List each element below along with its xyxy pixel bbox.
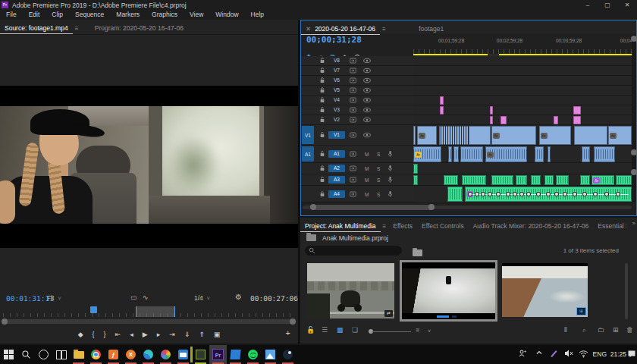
- file-explorer-icon[interactable]: [70, 345, 87, 364]
- scroll-handle[interactable]: [631, 149, 637, 155]
- project-tab-1[interactable]: Effects: [388, 220, 417, 231]
- menu-edit[interactable]: Edit: [23, 10, 46, 18]
- timeline-vertical-scrollbar[interactable]: [632, 34, 636, 202]
- panel-menu-icon[interactable]: ≡: [381, 223, 389, 230]
- track-name-v8[interactable]: V8: [328, 57, 345, 64]
- sync-lock-icon[interactable]: [350, 177, 356, 183]
- drag-audio-icon[interactable]: ∿: [143, 293, 149, 301]
- scroll-handle[interactable]: [290, 318, 296, 325]
- track-output-eye-icon[interactable]: [363, 88, 371, 93]
- playback-resolution-select[interactable]: 1/4˅: [194, 293, 210, 303]
- clip-a1[interactable]: [582, 146, 591, 162]
- track-lock-icon[interactable]: [319, 132, 325, 139]
- project-item-jump[interactable]: [400, 260, 497, 322]
- scroll-handle[interactable]: [428, 204, 435, 210]
- clip-v2[interactable]: [500, 116, 507, 124]
- track-lock-icon[interactable]: [319, 107, 325, 114]
- clip-v1[interactable]: fx: [539, 126, 571, 145]
- clip-v1[interactable]: fx: [491, 126, 536, 145]
- track-name-v6[interactable]: V6: [328, 77, 345, 84]
- clip-a1[interactable]: [535, 146, 544, 162]
- menu-file[interactable]: File: [0, 10, 23, 18]
- keyframe-dot[interactable]: [573, 193, 576, 196]
- monitor-settings-icon[interactable]: ⚙: [235, 293, 242, 301]
- language-indicator[interactable]: ENG: [593, 350, 607, 358]
- timeline-timecode[interactable]: 00;00;31;28: [306, 35, 362, 45]
- source-patch-v1[interactable]: V1: [302, 126, 314, 144]
- keyframe-dot[interactable]: [594, 193, 597, 196]
- mute-button[interactable]: M: [365, 191, 369, 196]
- track-output-eye-icon[interactable]: [363, 98, 371, 103]
- in-out-range[interactable]: [136, 306, 175, 317]
- keyframe-dot[interactable]: [475, 193, 479, 196]
- clip-a3[interactable]: [413, 175, 418, 185]
- search-bin-icon[interactable]: [413, 245, 428, 259]
- restore-button[interactable]: ▢: [598, 0, 617, 10]
- find-icon[interactable]: ⌕: [582, 326, 586, 334]
- scroll-handle[interactable]: [631, 36, 637, 42]
- go-to-in-button[interactable]: ⇤: [115, 328, 121, 341]
- clip-v2[interactable]: [490, 116, 494, 124]
- zoom-slider[interactable]: [372, 331, 411, 332]
- sync-lock-icon[interactable]: [350, 117, 356, 123]
- sync-lock-icon[interactable]: [350, 97, 356, 103]
- sync-lock-icon[interactable]: [350, 165, 356, 171]
- clip-a3[interactable]: [462, 175, 486, 185]
- project-tab-2[interactable]: Effect Controls: [417, 220, 469, 231]
- clip-a3[interactable]: [556, 175, 569, 185]
- track-output-eye-icon[interactable]: [363, 133, 371, 138]
- menu-window[interactable]: Window: [209, 10, 244, 18]
- track-lock-icon[interactable]: [319, 77, 325, 84]
- track-name-v3[interactable]: V3: [328, 106, 345, 114]
- clip-v2[interactable]: [554, 116, 558, 124]
- add-marker-button[interactable]: ◆: [78, 328, 83, 341]
- spotify-icon[interactable]: [244, 345, 262, 364]
- film-app-icon[interactable]: [192, 345, 209, 364]
- track-lock-icon[interactable]: [319, 151, 325, 158]
- tab-sequence[interactable]: ✕2020-05-20 16-47-06: [301, 23, 380, 35]
- track-name-a4[interactable]: A4: [328, 190, 345, 198]
- solo-button[interactable]: S: [377, 152, 380, 157]
- clip-a1[interactable]: fx: [413, 146, 441, 162]
- zoom-level-select[interactable]: Fit˅: [47, 293, 61, 303]
- work-area-segment[interactable]: [413, 54, 488, 55]
- panel-menu-icon[interactable]: ≡: [73, 25, 81, 32]
- voiceover-mic-icon[interactable]: [388, 190, 393, 197]
- project-tab-0[interactable]: Project: Anak Multimedia: [300, 220, 381, 232]
- keyframe-dot[interactable]: [482, 193, 485, 196]
- project-item-coast[interactable]: ⊞: [502, 263, 588, 317]
- drag-video-icon[interactable]: ▭: [130, 293, 137, 301]
- solo-button[interactable]: S: [377, 191, 380, 196]
- sync-lock-icon[interactable]: [350, 77, 356, 83]
- mark-in-button[interactable]: {: [93, 328, 95, 341]
- clip-v3[interactable]: [490, 106, 494, 115]
- clip-v2[interactable]: [573, 116, 581, 124]
- track-lock-icon[interactable]: [319, 165, 325, 172]
- close-button[interactable]: ✕: [617, 0, 637, 10]
- steam-icon[interactable]: [279, 345, 297, 364]
- sync-lock-icon[interactable]: [350, 58, 356, 64]
- photos-icon[interactable]: [262, 345, 279, 364]
- menu-clip[interactable]: Clip: [46, 10, 69, 18]
- track-lock-icon[interactable]: [319, 67, 325, 74]
- tab-source[interactable]: Source: footage1.mp4: [0, 22, 73, 34]
- mute-button[interactable]: M: [365, 166, 369, 171]
- new-bin-icon[interactable]: 🗀: [598, 326, 604, 334]
- track-lock-icon[interactable]: [319, 177, 325, 184]
- clip-a4[interactable]: [447, 187, 463, 202]
- go-to-out-button[interactable]: ⇥: [169, 328, 175, 341]
- keyframe-dot[interactable]: [563, 193, 566, 196]
- clip-a1[interactable]: [448, 146, 452, 162]
- sort-icon[interactable]: ≡: [416, 326, 419, 334]
- clip-a3[interactable]: [491, 175, 513, 185]
- track-output-eye-icon[interactable]: [363, 108, 371, 113]
- minimize-button[interactable]: –: [578, 0, 598, 10]
- network-icon[interactable]: [579, 349, 588, 358]
- track-lock-icon[interactable]: [319, 58, 325, 64]
- step-back-button[interactable]: ◂: [130, 328, 133, 341]
- clip-a3[interactable]: [544, 175, 554, 185]
- timeline-ruler[interactable]: 00;01;59;2800;02;59;2800;03;59;2800;04;5: [413, 34, 632, 54]
- voiceover-mic-icon[interactable]: [388, 151, 393, 158]
- keyframe-dot[interactable]: [520, 193, 523, 196]
- track-name-a1[interactable]: A1: [328, 150, 345, 158]
